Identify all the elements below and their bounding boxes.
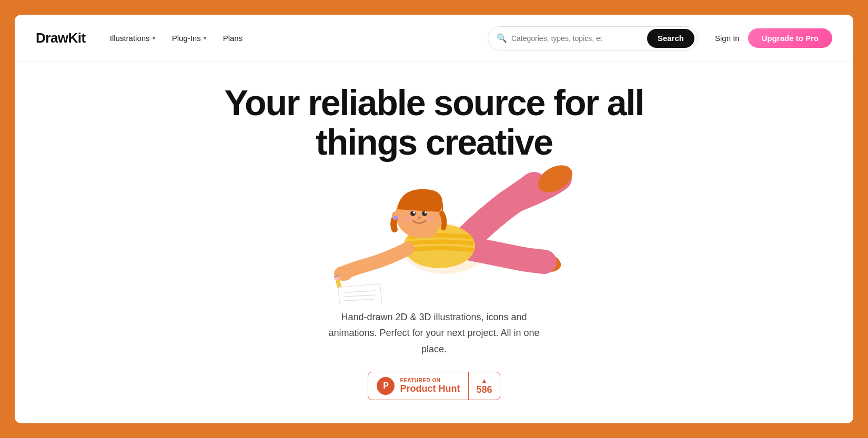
hero-section: Your reliable source for all things crea… [15, 62, 853, 423]
svg-point-12 [426, 216, 434, 221]
search-bar: 🔍 Search [488, 26, 698, 50]
chevron-down-icon: ▾ [204, 35, 206, 41]
search-input[interactable] [511, 34, 643, 43]
nav-illustrations[interactable]: Illustrations ▾ [103, 29, 163, 47]
ph-logo: P [377, 377, 395, 395]
hero-illustration [287, 157, 581, 304]
upgrade-button[interactable]: Upgrade to Pro [748, 28, 832, 48]
product-hunt-badge[interactable]: P FEATURED ON Product Hunt ▲ 586 [368, 372, 500, 400]
svg-point-8 [422, 211, 427, 216]
nav-plans[interactable]: Plans [216, 29, 250, 47]
ph-text: FEATURED ON Product Hunt [400, 378, 460, 395]
svg-point-2 [553, 166, 572, 181]
search-icon: 🔍 [497, 33, 507, 43]
svg-point-10 [425, 211, 427, 213]
upvote-arrow-icon: ▲ [481, 378, 488, 384]
ph-count: 586 [476, 385, 492, 394]
ph-brand: Product Hunt [400, 383, 460, 395]
hero-subtitle: Hand-drawn 2D & 3D illustrations, icons … [318, 309, 550, 358]
svg-point-11 [403, 216, 412, 221]
hero-title: Your reliable source for all things crea… [225, 83, 644, 162]
logo[interactable]: DrawKit [36, 30, 86, 46]
navbar: DrawKit Illustrations ▾ Plug-Ins ▾ Plans… [15, 15, 853, 62]
main-card: DrawKit Illustrations ▾ Plug-Ins ▾ Plans… [15, 15, 853, 423]
svg-point-15 [393, 216, 398, 220]
ph-right: ▲ 586 [469, 372, 499, 400]
svg-point-7 [410, 211, 416, 216]
chevron-down-icon: ▾ [153, 35, 155, 41]
sign-in-button[interactable]: Sign In [715, 34, 740, 43]
ph-left: P FEATURED ON Product Hunt [368, 372, 469, 400]
svg-point-9 [413, 211, 415, 213]
search-button[interactable]: Search [647, 29, 694, 48]
svg-point-13 [418, 216, 421, 219]
nav-links: Illustrations ▾ Plug-Ins ▾ Plans [103, 29, 250, 47]
ph-featured-on: FEATURED ON [400, 378, 440, 383]
nav-right: Sign In Upgrade to Pro [715, 28, 832, 48]
outer-frame: DrawKit Illustrations ▾ Plug-Ins ▾ Plans… [0, 0, 868, 438]
nav-plugins[interactable]: Plug-Ins ▾ [165, 29, 214, 47]
